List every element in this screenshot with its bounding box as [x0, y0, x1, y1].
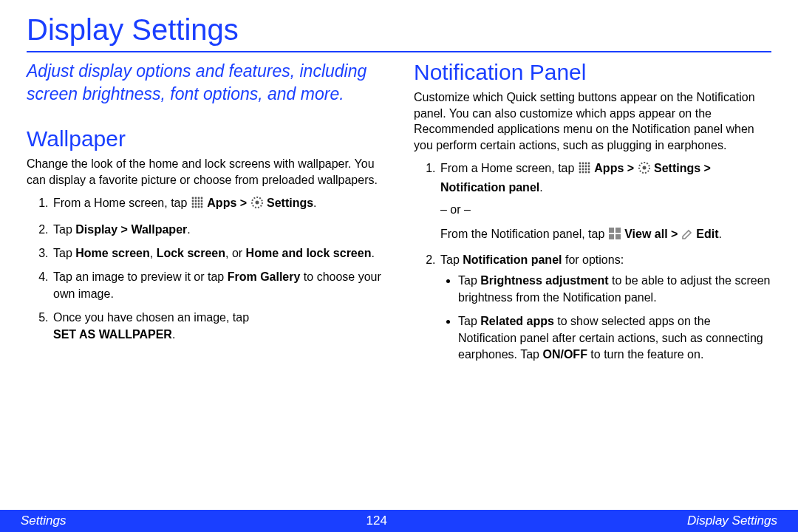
svg-point-35 [642, 166, 646, 170]
svg-point-30 [579, 171, 581, 174]
footer-right: Display Settings [687, 514, 777, 528]
page-number: 124 [366, 514, 387, 528]
apps-label: Apps [594, 162, 624, 174]
view-all-tiles-icon [608, 227, 621, 245]
bullet-related-apps: Tap Related apps to show selected apps o… [458, 313, 771, 363]
svg-rect-37 [615, 228, 621, 233]
svg-point-2 [197, 197, 200, 200]
svg-point-12 [191, 206, 194, 208]
svg-point-7 [200, 200, 202, 202]
page-title: Display Settings [27, 13, 771, 47]
wallpaper-step-2: Tap Display > Wallpaper. [52, 222, 384, 238]
text: Tap an image to preview it or tap [53, 270, 228, 283]
svg-point-31 [582, 171, 584, 174]
svg-point-19 [582, 163, 584, 165]
notification-step-1: From a Home screen, tap Apps > [439, 160, 771, 245]
svg-point-27 [582, 168, 584, 171]
pencil-edit-icon [681, 228, 693, 245]
svg-point-14 [197, 206, 200, 208]
text: Tap [53, 223, 75, 236]
gt: > [700, 162, 711, 174]
settings-gear-icon [250, 196, 264, 214]
right-column: Notification Panel Customize which Quick… [414, 60, 771, 370]
wallpaper-heading: Wallpaper [27, 126, 384, 151]
bold: Notification panel [463, 253, 562, 266]
edit-label: Edit [696, 228, 718, 240]
text: From the Notification panel, tap [440, 228, 608, 240]
svg-point-25 [587, 166, 590, 168]
dot: . [172, 328, 175, 341]
dot: . [539, 181, 542, 194]
bold: Brightness adjustment [480, 274, 608, 287]
gt: > [624, 162, 637, 174]
intro-text: Adjust display options and features, inc… [27, 60, 384, 106]
text: Once you have chosen an image, tap [53, 311, 249, 324]
svg-point-21 [587, 163, 590, 165]
wallpaper-step-3: Tap Home screen, Lock screen, or Home an… [52, 245, 384, 262]
settings-label: Settings [654, 162, 700, 174]
svg-point-18 [579, 163, 581, 165]
notification-bullets: Tap Brightness adjustment to be able to … [440, 273, 771, 363]
left-column: Adjust display options and features, inc… [27, 60, 384, 370]
gt: > [236, 197, 250, 209]
text: Tap [53, 247, 75, 259]
bold: Related apps [480, 315, 554, 327]
text: From a Home screen, tap [440, 162, 578, 174]
svg-point-11 [200, 203, 202, 205]
settings-label: Settings [267, 197, 313, 209]
bold: Home screen [75, 247, 150, 259]
bold: Display > Wallpaper [75, 223, 187, 236]
apps-grid-icon [191, 196, 204, 214]
bold: SET AS WALLPAPER [53, 328, 172, 341]
notification-steps: From a Home screen, tap Apps > [414, 160, 771, 363]
svg-point-33 [587, 171, 590, 174]
page-footer: Settings 124 Display Settings [0, 510, 798, 532]
apps-label: Apps [207, 197, 236, 209]
dot: . [313, 197, 316, 209]
wallpaper-desc: Change the look of the home and lock scr… [27, 156, 384, 188]
svg-point-13 [194, 206, 197, 208]
bullet-brightness: Tap Brightness adjustment to be able to … [458, 273, 771, 306]
svg-point-29 [587, 168, 590, 171]
svg-point-3 [200, 197, 202, 200]
bold: From Gallery [228, 270, 301, 283]
notification-heading: Notification Panel [414, 60, 771, 85]
svg-point-10 [197, 203, 200, 205]
text: to turn the feature on. [587, 348, 703, 361]
notification-step-2: Tap Notification panel for options: Tap … [439, 252, 771, 363]
svg-point-5 [194, 200, 197, 202]
title-divider [27, 51, 771, 52]
np-label: Notification panel [440, 181, 539, 194]
wallpaper-step-4: Tap an image to preview it or tap From G… [52, 269, 384, 302]
svg-point-9 [194, 203, 197, 205]
view-all-label: View all [624, 228, 667, 240]
svg-rect-39 [615, 234, 621, 239]
svg-point-0 [191, 197, 194, 200]
or-separator: – or – [440, 202, 771, 218]
svg-point-23 [582, 166, 584, 168]
svg-point-26 [579, 168, 581, 171]
text: Tap [458, 274, 480, 287]
text: for options: [562, 253, 624, 266]
svg-point-20 [584, 163, 587, 165]
bold: ON/OFF [542, 348, 587, 361]
svg-point-17 [255, 201, 259, 205]
svg-point-1 [194, 197, 197, 200]
svg-point-22 [579, 166, 581, 168]
wallpaper-step-1: From a Home screen, tap Apps > [52, 195, 384, 214]
text: , or [225, 247, 246, 259]
svg-point-28 [584, 168, 587, 171]
svg-point-6 [197, 200, 200, 202]
dot: . [371, 247, 374, 259]
svg-point-4 [191, 200, 194, 202]
text: Tap [440, 253, 463, 266]
svg-point-24 [584, 166, 587, 168]
bold: Lock screen [157, 247, 225, 259]
text: Tap [458, 315, 480, 327]
dot: . [719, 228, 722, 240]
svg-point-32 [584, 171, 587, 174]
two-column-layout: Adjust display options and features, inc… [27, 60, 771, 370]
svg-rect-38 [609, 234, 614, 239]
wallpaper-steps: From a Home screen, tap Apps > [27, 195, 384, 343]
footer-left: Settings [21, 514, 66, 528]
